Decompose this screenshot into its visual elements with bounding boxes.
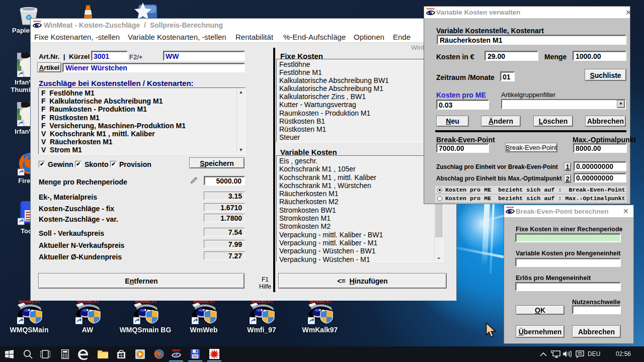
svg-text:WINMEAT: WINMEAT — [172, 349, 181, 352]
